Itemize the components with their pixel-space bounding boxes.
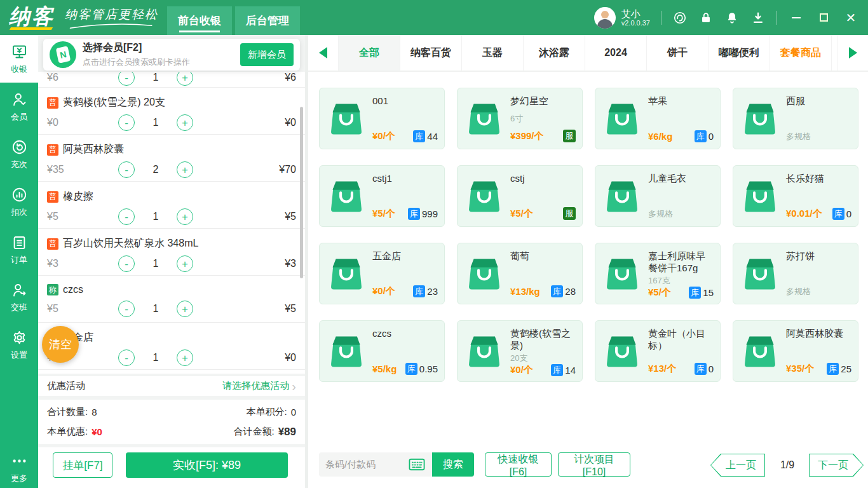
category-tab-naker-store[interactable]: 纳客百货 <box>400 35 462 71</box>
promo-select-link[interactable]: 请选择优惠活动 › <box>222 380 296 393</box>
download-icon[interactable] <box>750 10 766 25</box>
category-next-arrow[interactable] <box>837 35 868 71</box>
shopping-bag-icon <box>741 331 779 372</box>
lock-icon[interactable] <box>698 10 714 25</box>
product-card[interactable]: 苹果 ¥6/kg 库 0 <box>595 88 721 149</box>
shopping-bag-icon <box>741 176 779 217</box>
cart-item-row[interactable]: 普 百岁山饮用天然矿泉水 348mL ¥3 - 1 + ¥3 <box>38 229 305 276</box>
checkout-button[interactable]: 实收[F5]: ¥89 <box>126 452 288 478</box>
minimize-button[interactable] <box>788 10 804 26</box>
product-card[interactable]: cstj1 ¥5/个 库 999 <box>319 165 445 227</box>
sidebar-item-recharge[interactable]: 充次 <box>0 130 38 178</box>
product-card[interactable]: 001 ¥0/个 库 44 <box>319 88 445 149</box>
category-tab-jade[interactable]: 玉器 <box>462 35 524 71</box>
product-bottom: ¥13/kg 库 28 <box>510 285 576 297</box>
product-bottom: ¥5/个 库 999 <box>372 208 438 220</box>
product-card[interactable]: 黄金叶（小目标） ¥13/个 库 0 <box>595 320 721 382</box>
support-icon[interactable] <box>672 10 688 25</box>
sidebar-item-more[interactable]: 更多 <box>0 452 38 484</box>
sidebar-item-orders[interactable]: 订单 <box>0 226 38 273</box>
slogan-text: 纳客管店更轻松 <box>65 8 158 21</box>
category-tab-bodywash[interactable]: 沐浴露 <box>524 35 585 71</box>
next-page-label: 下一页 <box>809 454 864 477</box>
chevron-right-icon: › <box>292 380 296 393</box>
qty-minus-button[interactable]: - <box>118 161 135 178</box>
tab-front-cashier[interactable]: 前台收银 <box>167 6 232 35</box>
cart-scrollbar[interactable] <box>300 107 303 278</box>
item-qty: 1 <box>135 117 177 128</box>
cart-item-row[interactable]: 普 阿莫西林胶囊 ¥35 - 2 + ¥70 <box>38 135 305 182</box>
sidebar-item-cashier[interactable]: 收银 <box>0 35 38 83</box>
product-card[interactable]: 苏打饼 多规格 <box>733 243 858 304</box>
maximize-button[interactable] <box>815 10 832 26</box>
qty-minus-button[interactable]: - <box>118 114 135 131</box>
product-name: 西服 <box>786 95 851 107</box>
qty-plus-button[interactable]: + <box>177 208 193 225</box>
bell-icon[interactable] <box>724 10 740 25</box>
product-card[interactable]: 长乐好猫 ¥0.01/个 库 0 <box>733 165 858 227</box>
qty-minus-button[interactable]: - <box>118 255 135 272</box>
search-button[interactable]: 搜索 <box>432 452 474 477</box>
qty-plus-button[interactable]: + <box>177 301 193 317</box>
product-card[interactable]: czcs ¥5/kg 库 0.95 <box>319 320 445 382</box>
product-card[interactable]: 西服 多规格 <box>733 88 858 149</box>
orders-icon <box>11 234 28 251</box>
product-card[interactable]: 梦幻星空 6寸 ¥399/个 服 <box>457 88 583 149</box>
item-price: ¥0 <box>47 117 118 128</box>
category-tab-dudu[interactable]: 嘟嘟便利 <box>709 35 770 71</box>
category-tab-combo[interactable]: 套餐商品 <box>770 35 832 71</box>
product-card[interactable]: 五金店 ¥0/个 库 23 <box>319 243 445 304</box>
qty-minus-button[interactable]: - <box>118 349 135 366</box>
promo-label: 优惠活动 <box>47 380 85 392</box>
qty-minus-button[interactable]: - <box>118 72 135 86</box>
shopping-bag-icon <box>603 254 641 294</box>
hold-order-button[interactable]: 挂单[F7] <box>53 452 112 478</box>
category-tab-biscuit[interactable]: 饼干 <box>647 35 709 71</box>
sidebar-item-shift[interactable]: 交班 <box>0 273 38 321</box>
product-price: ¥399/个 <box>510 130 544 142</box>
close-button[interactable]: ✕ <box>843 10 859 26</box>
category-prev-arrow[interactable] <box>308 35 339 71</box>
sidebar-item-member[interactable]: 会员 <box>0 83 38 130</box>
prev-page-button[interactable]: 上一页 <box>710 454 765 477</box>
product-stock: 库 23 <box>413 285 438 297</box>
qty-plus-button[interactable]: + <box>177 72 193 86</box>
product-card[interactable]: 葡萄 ¥13/kg 库 28 <box>457 243 583 304</box>
quick-cashier-button[interactable]: 快速收银[F6] <box>485 452 552 477</box>
count-item-button[interactable]: 计次项目[F10] <box>558 452 630 477</box>
category-tab-2024[interactable]: 2024 <box>585 35 647 71</box>
product-card[interactable]: 嘉士利原味早餐饼干167g 167克 ¥5/个 库 15 <box>595 243 721 304</box>
cart-item-row[interactable]: 普 橡皮擦 ¥5 - 1 + ¥5 <box>38 182 305 229</box>
qty-plus-button[interactable]: + <box>177 349 193 366</box>
arrow-left-icon <box>319 47 327 58</box>
product-card[interactable]: cstj ¥5/个 服 <box>457 165 583 227</box>
qty-plus-button[interactable]: + <box>177 161 193 178</box>
sidebar-item-settings[interactable]: 设置 <box>0 321 38 369</box>
avatar[interactable] <box>594 7 616 29</box>
product-card[interactable]: 阿莫西林胶囊 ¥35/个 库 25 <box>733 320 858 382</box>
qty-minus-button[interactable]: - <box>118 208 135 225</box>
qty-plus-button[interactable]: + <box>177 114 193 131</box>
item-total: ¥5 <box>285 303 296 315</box>
cart-panel: N 选择会员[F2] 点击进行会员搜索或刷卡操作 新增会员 ¥6 - 1 + ¥… <box>38 35 305 488</box>
add-member-button[interactable]: 新增会员 <box>240 43 294 66</box>
qty-minus-button[interactable]: - <box>118 301 135 317</box>
sidebar-item-deduct[interactable]: 扣次 <box>0 178 38 226</box>
clear-cart-button[interactable]: 清空 <box>42 326 79 363</box>
product-name: 嘉士利原味早餐饼干167g <box>648 250 714 274</box>
stock-badge: 库 <box>405 363 417 375</box>
tab-back-manage[interactable]: 后台管理 <box>235 6 300 35</box>
product-footer: 条码/付款码 搜索 快速收银[F6] 计次项目[F10] 上一页 1/9 下一页 <box>308 445 868 488</box>
stock-count: 0 <box>846 208 851 219</box>
next-page-button[interactable]: 下一页 <box>809 454 864 477</box>
product-card[interactable]: 儿童毛衣 多规格 <box>595 165 721 227</box>
qty-plus-button[interactable]: + <box>177 255 193 272</box>
cart-item-row[interactable]: 普 黄鹤楼(软雪之景) 20支 ¥0 - 1 + ¥0 <box>38 88 305 135</box>
product-card[interactable]: 黄鹤楼(软雪之景) 20支 ¥0/个 库 14 <box>457 320 583 382</box>
member-select-card[interactable]: N 选择会员[F2] 点击进行会员搜索或刷卡操作 新增会员 <box>43 39 300 71</box>
keyboard-icon[interactable] <box>408 458 426 471</box>
stock-count: 44 <box>427 131 438 142</box>
barcode-input[interactable]: 条码/付款码 <box>319 452 432 477</box>
category-tab-all[interactable]: 全部 <box>339 35 400 71</box>
cart-item-row[interactable]: 称 czcs ¥5 - 1 + ¥5 <box>38 276 305 323</box>
